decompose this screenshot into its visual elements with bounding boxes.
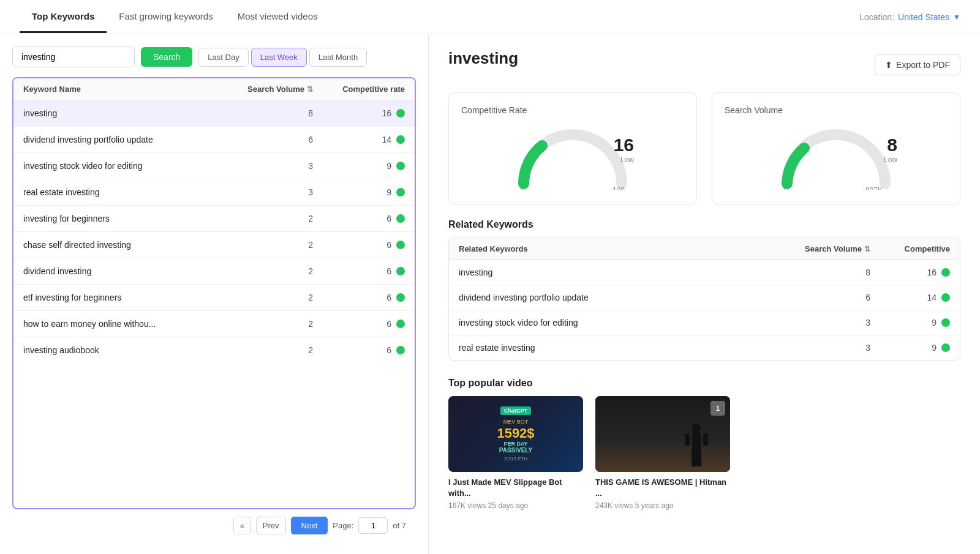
next-page-button[interactable]: Next bbox=[291, 517, 328, 534]
competitive-dot bbox=[396, 188, 405, 197]
competitive-cell: 9 bbox=[313, 161, 405, 171]
col-keyword-header: Keyword Name bbox=[23, 84, 227, 94]
app-container: Top Keywords Fast growing keywords Most … bbox=[0, 0, 980, 554]
export-pdf-button[interactable]: ⬆ Export to PDF bbox=[875, 54, 960, 75]
panel-title-container: investing ⬆ Export to PDF bbox=[448, 49, 960, 80]
svg-rect-7 bbox=[703, 433, 708, 446]
table-row[interactable]: investing for beginners 2 6 bbox=[13, 206, 415, 232]
svg-rect-9 bbox=[696, 449, 701, 466]
r-col-vol-header: Search Volume ⇅ bbox=[772, 244, 870, 253]
table-row[interactable]: investing 8 16 bbox=[13, 100, 415, 127]
r-col-comp-header: Competitive bbox=[870, 244, 950, 253]
table-row[interactable]: chase self directed investing 2 6 bbox=[13, 232, 415, 258]
sort-related-volume-icon[interactable]: ⇅ bbox=[864, 245, 870, 253]
competitive-dot bbox=[396, 267, 405, 275]
r-competitive-dot bbox=[941, 293, 950, 302]
keyword-cell: real estate investing bbox=[23, 187, 227, 197]
search-button[interactable]: Search bbox=[141, 47, 192, 67]
time-btn-last-week[interactable]: Last Week bbox=[251, 48, 307, 67]
mev-label: MEV BOT bbox=[503, 419, 529, 425]
keyword-cell: investing bbox=[23, 108, 227, 118]
competitive-cell: 6 bbox=[313, 345, 405, 355]
volume-value: 8 bbox=[884, 135, 897, 155]
search-input[interactable] bbox=[12, 47, 135, 67]
keyword-cell: dividend investing bbox=[23, 266, 227, 276]
volume-cell: 3 bbox=[227, 187, 313, 197]
chevron-down-icon: ▼ bbox=[953, 13, 960, 21]
table-row[interactable]: investing stock video for editing 3 9 bbox=[13, 153, 415, 179]
first-page-button[interactable]: « bbox=[233, 517, 251, 534]
table-row[interactable]: investing audiobook 2 6 bbox=[13, 337, 415, 363]
page-label: Page: bbox=[333, 521, 353, 530]
location-info: Location: United States ▼ bbox=[859, 12, 960, 22]
competitive-cell: 6 bbox=[313, 266, 405, 276]
related-row[interactable]: dividend investing portfolio update 6 14 bbox=[449, 285, 960, 310]
time-btn-last-day[interactable]: Last Day bbox=[198, 48, 248, 67]
volume-cell: 8 bbox=[227, 108, 313, 118]
nav-tab-most-viewed[interactable]: Most viewed videos bbox=[225, 1, 330, 33]
r-keyword-cell: investing bbox=[459, 268, 772, 277]
svg-rect-8 bbox=[692, 449, 696, 466]
keywords-table: Keyword Name Search Volume ⇅ Competitive… bbox=[12, 77, 416, 509]
keyword-cell: investing stock video for editing bbox=[23, 161, 227, 171]
left-panel: Search Last Day Last Week Last Month Key… bbox=[0, 34, 429, 554]
volume-cell: 2 bbox=[227, 345, 313, 355]
volume-cell: 2 bbox=[227, 293, 313, 302]
related-row[interactable]: investing 8 16 bbox=[449, 260, 960, 285]
competitive-dot bbox=[396, 162, 405, 170]
competitive-dot bbox=[396, 109, 405, 118]
gauge-card-volume: Search Volume 0 897K bbox=[712, 92, 960, 204]
r-volume-cell: 3 bbox=[772, 318, 870, 328]
video-card-2[interactable]: 1 THIS GAME IS AWESOME | Hitman ... 243K… bbox=[595, 396, 730, 510]
competitive-dot bbox=[396, 320, 405, 328]
keyword-cell: how to earn money online withou... bbox=[23, 319, 227, 329]
location-label: Location: bbox=[859, 12, 894, 22]
table-row[interactable]: how to earn money online withou... 2 6 bbox=[13, 311, 415, 337]
gauge-card-competitive: Competitive Rate 0 100 bbox=[448, 92, 697, 204]
r-volume-cell: 6 bbox=[772, 293, 870, 302]
competitive-cell: 9 bbox=[313, 187, 405, 197]
competitive-cell: 6 bbox=[313, 214, 405, 223]
related-keywords-table: Related Keywords Search Volume ⇅ Competi… bbox=[448, 238, 960, 361]
prev-page-button[interactable]: Prev bbox=[256, 517, 286, 534]
video-thumb-2: 1 bbox=[595, 396, 730, 472]
r-competitive-dot bbox=[941, 268, 950, 277]
svg-rect-6 bbox=[685, 433, 690, 446]
video-title-2: THIS GAME IS AWESOME | Hitman ... bbox=[595, 477, 730, 499]
table-header: Keyword Name Search Volume ⇅ Competitive… bbox=[13, 78, 415, 100]
search-row: Search Last Day Last Week Last Month bbox=[12, 47, 416, 67]
per-day-label: PER DAY bbox=[503, 441, 527, 447]
competitive-dot bbox=[396, 346, 405, 354]
keyword-cell: etf investing for beginners bbox=[23, 293, 227, 302]
table-row[interactable]: real estate investing 3 9 bbox=[13, 179, 415, 206]
competitive-cell: 6 bbox=[313, 319, 405, 329]
related-row[interactable]: investing stock video for editing 3 9 bbox=[449, 310, 960, 335]
nav-tabs: Top Keywords Fast growing keywords Most … bbox=[20, 1, 330, 33]
competitive-dot bbox=[396, 214, 405, 223]
time-filters: Last Day Last Week Last Month bbox=[198, 48, 367, 67]
table-row[interactable]: dividend investing portfolio update 6 14 bbox=[13, 127, 415, 153]
eth-label: 3.313 ETH bbox=[504, 456, 527, 462]
sort-volume-icon[interactable]: ⇅ bbox=[307, 85, 313, 94]
related-keywords-title: Related Keywords bbox=[448, 219, 960, 230]
table-row[interactable]: etf investing for beginners 2 6 bbox=[13, 285, 415, 311]
videos-row: ChatGPT MEV BOT 1592$ PER DAY PASSIVELY … bbox=[448, 396, 960, 510]
competitive-cell: 14 bbox=[313, 135, 405, 144]
page-input[interactable] bbox=[358, 517, 388, 534]
nav-tab-fast-growing[interactable]: Fast growing keywords bbox=[107, 1, 225, 33]
time-btn-last-month[interactable]: Last Month bbox=[309, 48, 367, 67]
video-card-1[interactable]: ChatGPT MEV BOT 1592$ PER DAY PASSIVELY … bbox=[448, 396, 583, 510]
svg-point-4 bbox=[692, 423, 701, 433]
video-meta-1: 167K views 25 days ago bbox=[448, 501, 583, 510]
related-row[interactable]: real estate investing 3 9 bbox=[449, 335, 960, 360]
r-col-kw-header: Related Keywords bbox=[459, 244, 772, 253]
col-competitive-header: Competitive rate bbox=[313, 84, 405, 94]
location-value[interactable]: United States bbox=[898, 12, 949, 22]
competitive-dot bbox=[396, 293, 405, 302]
volume-cell: 2 bbox=[227, 214, 313, 223]
video-thumb-1: ChatGPT MEV BOT 1592$ PER DAY PASSIVELY … bbox=[448, 396, 583, 472]
nav-tab-top-keywords[interactable]: Top Keywords bbox=[20, 1, 107, 33]
r-volume-cell: 3 bbox=[772, 343, 870, 353]
table-row[interactable]: dividend investing 2 6 bbox=[13, 258, 415, 285]
r-keyword-cell: dividend investing portfolio update bbox=[459, 293, 772, 302]
